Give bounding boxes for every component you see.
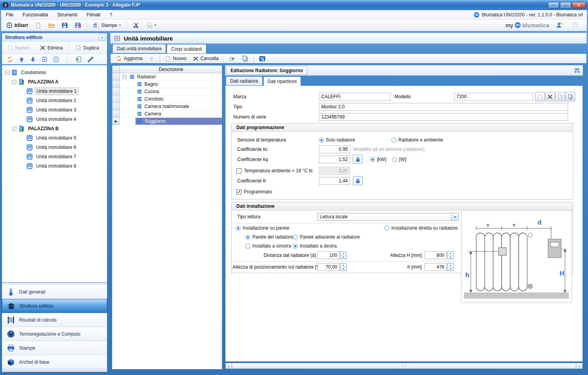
tab-dati-ripartitore[interactable]: Dati ripartitore	[263, 76, 301, 86]
close-button[interactable]: ×	[572, 2, 586, 9]
radio-installato-sinistra[interactable]: Installato a sinistra	[245, 242, 291, 249]
tree-item-unita-8[interactable]: Unità immobiliare 8	[2, 161, 107, 171]
radio-installazione-diretta[interactable]: Installazione diretta su radiatore	[384, 225, 458, 232]
collapse-expander-icon[interactable]: −	[5, 71, 9, 75]
scrollbar-thumb[interactable]	[232, 363, 576, 369]
kc-input[interactable]	[319, 145, 350, 153]
list-item-cucina[interactable]: Cucina	[120, 88, 222, 96]
nav-struttura-edificio[interactable]: Struttura edificio	[2, 299, 107, 313]
stampe-dropdown-button[interactable]: Stampe ▾	[90, 21, 123, 30]
distanza-stepper[interactable]: ▲▼	[340, 251, 347, 259]
nav-stampe[interactable]: Stampe	[2, 341, 107, 355]
list-item-radiatori[interactable]: − Radiatori	[120, 73, 222, 81]
h-stepper[interactable]: ▲▼	[447, 263, 454, 271]
sidebar-collapse-button[interactable]: ‹	[99, 34, 106, 41]
tree-item-unita-5[interactable]: Unità immobiliare 5	[2, 133, 107, 143]
combo-dropdown-button[interactable]	[451, 213, 458, 220]
posizionamento-input[interactable]	[317, 263, 340, 271]
tab-corpi-scaldanti[interactable]: Corpi scaldanti	[167, 44, 206, 53]
split-button[interactable]	[146, 54, 157, 63]
radio-radiatore-ambiente[interactable]: Radiatore e ambiente	[391, 136, 443, 143]
copy-record-button[interactable]	[555, 92, 565, 101]
tree-item-condominio[interactable]: − Condominio	[2, 68, 107, 77]
export-table-button[interactable]	[256, 54, 268, 63]
move-up-button[interactable]	[19, 57, 25, 62]
k-input[interactable]	[319, 177, 350, 185]
menu-file[interactable]: File	[1, 10, 18, 19]
cancella-button[interactable]: Cancella	[190, 54, 222, 63]
maximize-button[interactable]: □	[560, 2, 571, 9]
elimina-button[interactable]: Elimina	[37, 44, 66, 52]
list-item-corridoio[interactable]: Corridoio	[120, 96, 222, 103]
kt-input[interactable]	[319, 167, 350, 175]
user-account-button[interactable]	[553, 21, 565, 30]
radio-installato-destra[interactable]: Installato a destra	[293, 242, 337, 249]
tab-dati-radiatore[interactable]: Dati radiatore	[226, 76, 262, 85]
register-button[interactable]	[569, 21, 581, 30]
tree-item-unita-7[interactable]: Unità immobiliare 7	[2, 152, 107, 161]
new-file-button[interactable]	[32, 21, 44, 30]
kq-lock-button[interactable]	[353, 155, 363, 164]
altezza-h-input[interactable]	[424, 251, 447, 259]
radio-solo-radiatore[interactable]: Solo radiatore	[319, 136, 355, 143]
save-as-button[interactable]	[72, 21, 84, 30]
k-lock-button[interactable]	[353, 176, 363, 185]
tree-item-unita-3[interactable]: Unità immobiliare 3	[2, 105, 107, 115]
scroll-left-button[interactable]: ‹	[225, 363, 232, 369]
collapse-expander-icon[interactable]: −	[12, 80, 16, 84]
row-selector[interactable]	[112, 110, 120, 118]
row-selector-current[interactable]: ▶	[112, 118, 120, 125]
expand-all-button[interactable]	[41, 56, 48, 62]
posizionamento-stepper[interactable]: ▲▼	[340, 263, 347, 271]
copy-button[interactable]	[239, 54, 251, 63]
scroll-right-button[interactable]: ›	[576, 363, 583, 369]
nav-archivi-di-base[interactable]: Archivi di base	[2, 355, 107, 369]
checkbox-programmato[interactable]: ✓ Programmato	[236, 188, 272, 195]
h-input[interactable]	[424, 263, 447, 271]
marca-input[interactable]	[319, 93, 391, 101]
list-item-bagno[interactable]: Bagno	[120, 81, 222, 88]
tree-item-palazzina-a[interactable]: − PALAZZINA A	[2, 77, 107, 87]
horizontal-scrollbar[interactable]: ‹ ›	[225, 363, 583, 369]
menu-help[interactable]: ?	[105, 10, 117, 19]
export-button[interactable]	[226, 54, 238, 63]
radio-parete-adiacente[interactable]: Parete adiacente al radiatore	[293, 233, 360, 241]
altezza-h-stepper[interactable]: ▲▼	[447, 251, 454, 259]
numero-serie-input[interactable]	[319, 113, 568, 121]
duplica-button[interactable]: Duplica	[72, 44, 102, 52]
row-selector[interactable]	[112, 96, 120, 103]
bstart-button[interactable]: bStart	[4, 21, 31, 30]
modello-input[interactable]	[454, 93, 533, 101]
list-item-camera-matrimoniale[interactable]: Camera matrimoniale	[120, 103, 222, 110]
minimize-button[interactable]: –	[548, 2, 559, 9]
tipo-input[interactable]	[319, 103, 568, 111]
row-selector[interactable]	[112, 103, 120, 110]
nav-termoregolazione[interactable]: Termoregolazione e Computo	[2, 327, 107, 341]
checkbox-temperatura-kt[interactable]: Temperatura ambiente < 16 °C kt	[236, 167, 313, 174]
open-file-button[interactable]	[46, 21, 57, 30]
fit-width-button[interactable]	[572, 66, 582, 75]
tree-item-unita-1[interactable]: Unità immobiliare 1	[2, 87, 107, 96]
excel-export-button[interactable]: ▾	[144, 21, 159, 30]
tree-item-unita-4[interactable]: Unità immobiliare 4	[2, 115, 107, 124]
collapse-expander-icon[interactable]: −	[12, 127, 16, 131]
tools-button[interactable]	[130, 21, 142, 30]
radio-installazione-su-parete[interactable]: Installazione su parete	[236, 225, 289, 232]
nuovo-corpo-button[interactable]: Nuovo	[162, 54, 189, 63]
nav-dati-generali[interactable]: Dati generali	[2, 285, 107, 299]
radio-w[interactable]: [W]	[392, 156, 406, 163]
row-selector[interactable]	[112, 73, 120, 81]
sort-structure-button[interactable]	[87, 56, 94, 63]
tree-item-unita-2[interactable]: Unità immobiliare 2	[2, 96, 107, 105]
nuovo-button[interactable]: Nuovo...	[4, 44, 36, 52]
menu-filmati[interactable]: Filmati	[82, 10, 105, 19]
new-record-button[interactable]	[535, 92, 545, 101]
nav-risultati-di-calcolo[interactable]: Risultati di calcolo	[2, 313, 107, 327]
row-selector[interactable]	[112, 88, 120, 96]
menu-strumenti[interactable]: Strumenti	[53, 10, 82, 19]
collapse-expander-icon[interactable]: −	[122, 75, 127, 79]
save-button[interactable]	[59, 21, 70, 30]
tree-item-unita-6[interactable]: Unità immobiliare 6	[2, 143, 107, 152]
tab-dati-unita-immobiliare[interactable]: Dati unità immobiliare	[113, 44, 166, 53]
distanza-input[interactable]	[317, 251, 340, 259]
